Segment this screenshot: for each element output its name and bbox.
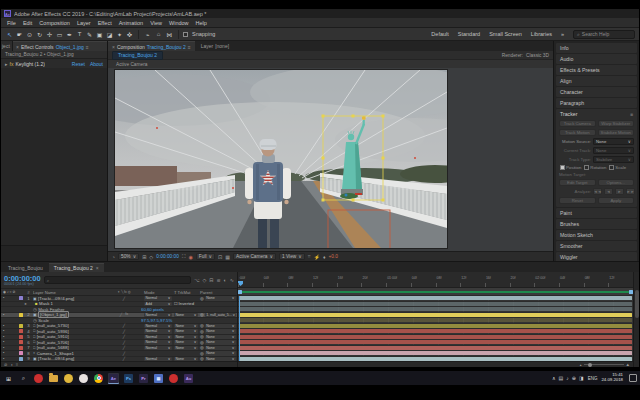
video-eye-icon[interactable]: • xyxy=(3,296,4,300)
twirl-icon[interactable]: ▸ xyxy=(5,61,8,67)
file-explorer[interactable] xyxy=(48,373,59,384)
timeline-search-input[interactable]: ⌕ xyxy=(44,276,191,284)
layer-duration-bar[interactable] xyxy=(239,296,632,300)
taskbar-clock[interactable]: 15:41 24.09.2018 xyxy=(601,373,623,382)
layer-color-chip[interactable] xyxy=(19,329,23,333)
time-ruler[interactable]: :00f04f08f12f16f20f01:00f04f08f12f16f20f… xyxy=(238,272,633,288)
layer-name[interactable]: [Tracki…09#4.png] xyxy=(38,296,74,301)
app-yellow[interactable] xyxy=(63,373,74,384)
magnification-dropdown[interactable]: 50%∨ xyxy=(118,253,139,260)
menu-view[interactable]: View xyxy=(150,20,162,26)
mode-dropdown[interactable]: Normal∨ xyxy=(144,335,172,340)
menu-animation[interactable]: Animation xyxy=(119,20,143,26)
parent-dropdown[interactable]: None∨ xyxy=(205,296,236,301)
pickwhip-icon[interactable]: ◎ xyxy=(200,329,204,334)
video-eye-icon[interactable]: • xyxy=(3,335,4,339)
layer-color-chip[interactable] xyxy=(19,351,23,355)
parent-dropdown[interactable]: None∨ xyxy=(205,346,236,351)
motion-source-dropdown[interactable]: None∨ xyxy=(593,138,634,145)
workspace-standard[interactable]: Standard xyxy=(458,31,480,37)
pickwhip-icon[interactable]: ◎ xyxy=(200,334,204,339)
rectangle-tool[interactable]: ▭ xyxy=(55,29,64,39)
tracker-apply-button[interactable]: Apply xyxy=(598,197,635,204)
puppet-pin-tool[interactable]: ✜ xyxy=(125,29,134,39)
search-help-input[interactable]: ⌕ Search Help xyxy=(573,30,635,39)
layer-duration-bar[interactable] xyxy=(239,340,632,344)
work-area-bar[interactable] xyxy=(239,291,632,294)
property-value[interactable]: 60,60 pixels xyxy=(141,307,237,312)
layer-color-chip[interactable] xyxy=(19,296,23,300)
chrome-browser[interactable] xyxy=(93,373,104,384)
quality-switch-icon[interactable]: ╱ xyxy=(123,340,125,345)
quality-switch-icon[interactable]: ╱ xyxy=(123,334,125,339)
mask-name[interactable]: Mask 1 xyxy=(39,301,53,306)
layer-duration-bar[interactable] xyxy=(239,302,632,306)
app-blue[interactable]: ▦ xyxy=(153,373,164,384)
transparency-grid-icon[interactable]: ▦ xyxy=(225,254,230,260)
zoom-tool[interactable]: ⊙ xyxy=(25,29,34,39)
tracker-title[interactable]: Tracker xyxy=(560,111,577,117)
app-light[interactable] xyxy=(78,373,89,384)
graph-editor-icon[interactable]: ∿ xyxy=(230,277,234,283)
mode-dropdown[interactable]: Normal∨ xyxy=(144,324,172,329)
workspace-default[interactable]: Default xyxy=(431,31,448,37)
layer-name[interactable]: Camera_1_Shape1 xyxy=(37,351,74,356)
pickwhip-icon[interactable]: ◎ xyxy=(200,312,204,317)
analyze-button-1[interactable]: ◄ xyxy=(604,188,613,195)
quality-switch-icon[interactable]: ╱ xyxy=(123,351,125,356)
zoom-in-mountain-icon[interactable]: ▲ xyxy=(626,362,630,367)
effect-reset-link[interactable]: Reset xyxy=(72,61,85,67)
panel-paint[interactable]: Paint xyxy=(556,208,637,218)
inverted-checkbox[interactable]: ☐ xyxy=(174,301,178,306)
trkmat-dropdown[interactable]: None∨ xyxy=(174,324,198,329)
view-layout-dropdown[interactable]: 1 View∨ xyxy=(279,253,305,260)
menu-layer[interactable]: Layer xyxy=(77,20,91,26)
track-motion-button[interactable]: Track Motion xyxy=(559,129,596,136)
twirl-icon[interactable]: ▸ xyxy=(17,301,27,306)
video-eye-icon[interactable]: • xyxy=(3,346,4,350)
panel-audio[interactable]: Audio xyxy=(556,54,637,64)
resolution-dropdown[interactable]: Full∨ xyxy=(196,253,215,260)
analyze-button-2[interactable]: ► xyxy=(615,188,624,195)
edit-target-button[interactable]: Edit Target xyxy=(559,179,596,186)
orbit-camera-tool[interactable]: ↻ xyxy=(35,29,44,39)
mask-visibility-icon[interactable]: ◇ xyxy=(149,254,153,260)
draft-3d-icon[interactable]: ◇ xyxy=(203,277,207,283)
pixel-aspect-icon[interactable]: ⌗ xyxy=(308,253,311,260)
layer-duration-bar[interactable] xyxy=(239,351,632,355)
mode-dropdown[interactable]: Normal∨ xyxy=(144,296,172,301)
parent-dropdown[interactable]: None∨ xyxy=(205,351,236,356)
analyze-button-0[interactable]: ◄◄ xyxy=(593,188,602,195)
layer-duration-bar[interactable] xyxy=(239,318,632,322)
composition-viewport[interactable] xyxy=(108,68,553,251)
layer-duration-bar[interactable] xyxy=(239,329,632,333)
layer-duration-bar[interactable] xyxy=(239,357,632,361)
layer-duration-bar[interactable] xyxy=(239,335,632,339)
layer-duration-bar[interactable] xyxy=(239,313,632,317)
quality-switch-icon[interactable]: ╱ xyxy=(123,329,125,334)
network-icon[interactable]: ◨ xyxy=(579,375,584,381)
after-effects[interactable]: Ae xyxy=(108,373,119,384)
language-indicator[interactable]: ENG xyxy=(588,376,598,381)
expand-layer-switches-icon[interactable]: ⊘ xyxy=(4,362,7,367)
photoshop[interactable]: Ps xyxy=(123,373,134,384)
mode-dropdown[interactable]: Normal∨ xyxy=(144,313,172,318)
rotation-checkbox[interactable]: Rotation xyxy=(584,165,606,170)
video-eye-icon[interactable]: • xyxy=(3,313,4,317)
fast-previews-icon[interactable]: ⚡ xyxy=(314,254,320,260)
timeline-scrollbar[interactable] xyxy=(633,272,639,367)
stabilize-motion-button[interactable]: Stabilize Motion xyxy=(598,129,635,136)
notification-center-icon[interactable] xyxy=(629,374,637,382)
layer-duration-bar[interactable] xyxy=(239,324,632,328)
close-icon[interactable]: × xyxy=(112,44,115,50)
active-camera-dropdown[interactable]: Active Camera∨ xyxy=(233,253,276,260)
layer-name[interactable]: [null_auto_5936] xyxy=(37,329,69,334)
panel-character[interactable]: Character xyxy=(556,87,637,97)
fx-switch-icon[interactable]: fx xyxy=(125,312,128,317)
warp-stabilizer-button[interactable]: Warp Stabilizer xyxy=(598,120,635,127)
composition-tab[interactable]: × Composition Tracing_Boujou 2 ≡ xyxy=(108,41,195,51)
renderer-value[interactable]: Classic 3D xyxy=(526,53,549,58)
panel-smoother[interactable]: Smoother xyxy=(556,241,637,251)
options-button[interactable]: Options... xyxy=(598,179,635,186)
clone-stamp-tool[interactable]: ▣ xyxy=(95,29,104,39)
